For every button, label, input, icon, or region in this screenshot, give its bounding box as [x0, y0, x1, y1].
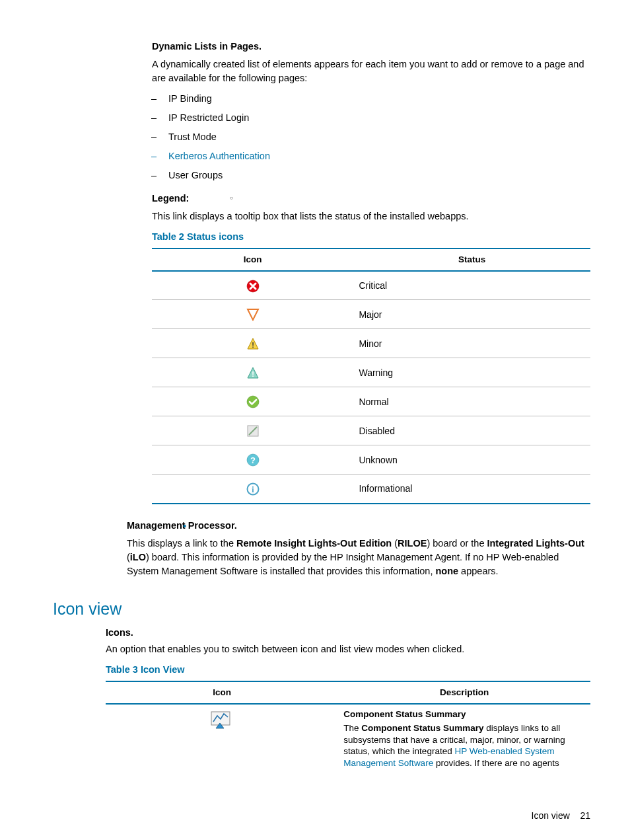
normal-icon [246, 396, 260, 406]
table-row: Major [152, 300, 590, 329]
status-label: Critical [353, 271, 590, 300]
icon-view-table: Icon Description Component Status Summar… [106, 681, 590, 773]
mgmt-title: Management Processor. [127, 520, 237, 531]
svg-point-3 [247, 396, 259, 408]
dynamic-lists-body: A dynamically created list of elements a… [152, 57, 590, 85]
disabled-icon [246, 425, 260, 436]
unknown-icon: ? [246, 454, 260, 465]
major-icon [246, 309, 260, 319]
svg-text:!: ! [252, 370, 254, 378]
mgmt-body: This displays a link to the Remote Insig… [127, 537, 590, 578]
critical-icon [246, 280, 260, 290]
status-label: Minor [353, 329, 590, 358]
icons-subhead: Icons. [106, 626, 590, 640]
icons-subbody: An option that enables you to switch bet… [106, 642, 590, 656]
text: appears. [458, 566, 498, 576]
informational-icon: i [246, 483, 260, 494]
table3-desc-cell: Component Status Summary The Component S… [338, 704, 590, 773]
dynamic-lists-items: IP Binding IP Restricted Login Trust Mod… [168, 92, 590, 182]
legend-heading: Legend: [152, 192, 590, 206]
text: RILOE [398, 538, 427, 549]
table-row: Normal [152, 387, 590, 416]
table2-header-icon: Icon [152, 248, 353, 271]
status-label: Normal [353, 387, 590, 416]
table-row: Component Status Summary The Component S… [106, 704, 590, 773]
svg-text:?: ? [250, 455, 256, 465]
status-label: Informational [353, 475, 590, 504]
table-row: ! Warning [152, 358, 590, 387]
row-body: The Component Status Summary displays li… [343, 722, 585, 769]
table-row: i Informational [152, 475, 590, 504]
table-row: ! Minor [152, 329, 590, 358]
text: iLO [130, 552, 146, 562]
footer-page: 21 [580, 810, 590, 821]
text: none [435, 566, 458, 576]
row-title: Component Status Summary [343, 708, 585, 720]
section-heading-icon-view: Icon view [53, 597, 590, 621]
list-item: Trust Mode [168, 130, 590, 144]
list-item: IP Restricted Login [168, 111, 590, 125]
text: provides. If there are no agents [433, 758, 559, 768]
table3-caption: Table 3 Icon View [106, 663, 590, 677]
text: ( [392, 538, 398, 549]
table-row: ? Unknown [152, 445, 590, 475]
status-label: Major [353, 300, 590, 329]
table-row: Disabled [152, 416, 590, 445]
list-item: User Groups [168, 169, 590, 182]
table2-caption: Table 2 Status icons [152, 230, 590, 244]
footer-label: Icon view [532, 810, 570, 821]
legend-body: This link displays a tooltip box that li… [152, 210, 590, 223]
text: ) board or the [427, 538, 487, 549]
warning-icon: ! [246, 367, 260, 377]
text: Remote Insight Lights-Out Edition [236, 538, 392, 549]
page-footer: Icon view 21 [53, 809, 590, 822]
table2-header-status: Status [353, 248, 590, 271]
text: Component Status Summary [361, 723, 483, 733]
dynamic-lists-heading: Dynamic Lists in Pages. [152, 40, 590, 54]
status-label: Warning [353, 358, 590, 387]
list-item: IP Binding [168, 92, 590, 106]
text: The [343, 723, 361, 733]
table-row: Critical [152, 271, 590, 300]
list-item-link[interactable]: Kerberos Authentication [168, 149, 590, 163]
svg-text:!: ! [252, 341, 254, 349]
legend-title: Legend: [152, 193, 189, 204]
status-label: Disabled [353, 416, 590, 445]
text: Integrated Lights-Out [487, 538, 584, 549]
mgmt-heading: Management Processor. [127, 519, 590, 533]
table3-header-icon: Icon [106, 681, 338, 704]
status-label: Unknown [353, 445, 590, 475]
minor-icon: ! [246, 338, 260, 348]
text: This displays a link to the [127, 538, 236, 549]
component-status-summary-icon [211, 722, 233, 732]
status-icons-table: Icon Status Critical Major ! Minor ! War… [152, 248, 590, 504]
table3-header-desc: Description [338, 681, 590, 704]
dynamic-lists-title: Dynamic Lists in Pages. [152, 41, 262, 52]
